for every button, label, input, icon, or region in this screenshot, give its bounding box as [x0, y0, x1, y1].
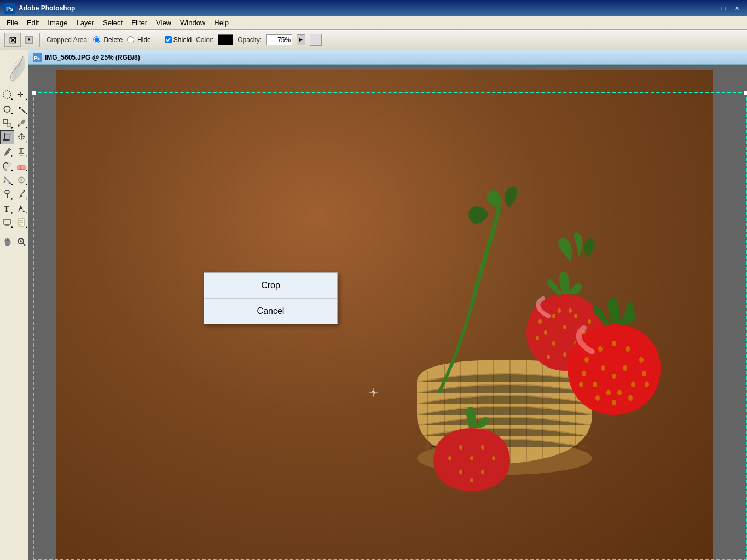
menu-file[interactable]: File: [2, 18, 22, 28]
clone-stamp-tool[interactable]: ▸: [14, 144, 28, 159]
svg-rect-21: [19, 148, 24, 149]
svg-point-87: [593, 382, 597, 387]
tool-row-6: ▸ ▸: [0, 159, 28, 173]
opacity-input[interactable]: 75%: [266, 34, 292, 45]
hand-tool[interactable]: [0, 235, 14, 249]
notes-tool[interactable]: ▸: [14, 215, 28, 230]
eraser-tool[interactable]: ▸: [14, 159, 28, 173]
cancel-button[interactable]: Cancel: [204, 299, 337, 324]
document-tab[interactable]: Ps IMG_5605.JPG @ 25% (RGB/8): [28, 50, 747, 65]
svg-point-90: [617, 390, 622, 395]
history-brush-tool[interactable]: ▸: [0, 159, 14, 173]
delete-radio[interactable]: [93, 36, 100, 43]
svg-point-71: [536, 336, 539, 340]
slice-tool[interactable]: ▸: [0, 116, 14, 130]
delete-radio-group: Delete: [93, 36, 123, 44]
svg-point-97: [481, 445, 484, 450]
menu-layer[interactable]: Layer: [72, 18, 99, 28]
menu-edit[interactable]: Edit: [22, 18, 43, 28]
svg-point-83: [623, 365, 627, 371]
paint-bucket-tool[interactable]: ▸: [0, 173, 14, 187]
svg-point-31: [5, 190, 9, 194]
tool-row-1: ▸ ✛ ▸: [0, 88, 28, 102]
svg-rect-7: [7, 123, 11, 127]
magic-wand-tool[interactable]: ✦ ▸: [14, 102, 28, 116]
svg-line-44: [23, 243, 25, 246]
svg-text:✦: ✦: [18, 105, 22, 111]
svg-point-85: [582, 371, 586, 376]
menu-window[interactable]: Window: [176, 18, 210, 28]
svg-point-76: [558, 308, 561, 313]
svg-point-96: [459, 445, 462, 450]
hide-radio[interactable]: [127, 36, 134, 43]
crop-button[interactable]: Crop: [204, 273, 337, 299]
crop-handle-tr[interactable]: [744, 91, 747, 95]
hide-radio-group: Hide: [127, 36, 151, 44]
svg-rect-22: [18, 166, 25, 170]
maximize-button[interactable]: □: [717, 2, 729, 14]
crop-dialog: Crop Cancel: [204, 272, 338, 324]
svg-text:✦: ✦: [22, 209, 26, 213]
menu-image[interactable]: Image: [43, 18, 72, 28]
marquee-tool[interactable]: ▸: [0, 88, 14, 102]
pen-tool[interactable]: ▸: [14, 187, 28, 201]
hide-label[interactable]: Hide: [137, 36, 151, 44]
image-canvas: [56, 70, 713, 560]
brush-tool[interactable]: ▸: [0, 144, 14, 159]
toolbox-separator: [2, 232, 26, 232]
menu-bar: File Edit Image Layer Select Filter View…: [0, 16, 747, 30]
svg-rect-36: [4, 219, 10, 224]
move-tool[interactable]: ✛ ▸: [14, 88, 28, 102]
menu-help[interactable]: Help: [210, 18, 233, 28]
menu-filter[interactable]: Filter: [127, 18, 152, 28]
path-selection-tool[interactable]: ✦ ▸: [14, 201, 28, 215]
crop-tool[interactable]: [0, 130, 14, 144]
color-swatch[interactable]: [218, 34, 233, 45]
tool-options-arrow[interactable]: ▼: [25, 36, 33, 44]
svg-point-77: [598, 346, 603, 352]
toolbox: ▸ ✛ ▸ ▸ ✦ ▸: [0, 50, 28, 560]
ps-feather-logo: [0, 52, 28, 85]
svg-point-93: [628, 395, 633, 401]
svg-point-88: [631, 382, 635, 387]
delete-label[interactable]: Delete: [103, 36, 123, 44]
shield-checkbox[interactable]: [165, 36, 172, 43]
svg-point-61: [552, 314, 555, 318]
svg-rect-8: [20, 119, 26, 125]
zoom-tool[interactable]: [14, 235, 28, 249]
canvas-area: Ps IMG_5605.JPG @ 25% (RGB/8): [28, 50, 747, 560]
svg-point-95: [645, 382, 649, 387]
svg-rect-20: [20, 149, 22, 154]
tool-row-9: T ▸ ✦ ▸: [0, 201, 28, 215]
canvas-workspace[interactable]: Crop Cancel: [28, 65, 747, 560]
svg-point-101: [459, 470, 462, 474]
lasso-tool[interactable]: ▸: [0, 102, 14, 116]
svg-point-70: [588, 319, 591, 324]
close-button[interactable]: ✕: [731, 2, 743, 14]
opacity-arrow-btn[interactable]: ▶: [297, 34, 305, 45]
menu-view[interactable]: View: [152, 18, 176, 28]
tool-row-5: ▸ ▸: [0, 144, 28, 159]
square-option-btn[interactable]: [310, 34, 322, 46]
blur-tool[interactable]: ▸: [14, 173, 28, 187]
svg-text:Ps: Ps: [6, 5, 13, 12]
title-text: Adobe Photoshop: [19, 4, 75, 12]
healing-tool[interactable]: ▸: [14, 130, 28, 144]
svg-point-103: [470, 478, 473, 482]
document-title: IMG_5605.JPG @ 25% (RGB/8): [45, 54, 140, 61]
custom-shape-tool[interactable]: ▸: [0, 215, 14, 230]
app-icon: Ps: [4, 3, 15, 14]
menu-select[interactable]: Select: [99, 18, 127, 28]
tool-row-4: ▸: [0, 130, 28, 144]
dodge-tool[interactable]: ▸: [0, 187, 14, 201]
shield-checkbox-group: Shield: [165, 36, 192, 44]
svg-point-69: [538, 319, 542, 324]
shield-label[interactable]: Shield: [173, 36, 192, 44]
eyedropper-tool[interactable]: ▸: [14, 116, 28, 130]
svg-point-78: [626, 346, 630, 352]
minimize-button[interactable]: —: [704, 2, 716, 14]
crop-handle-tl[interactable]: [32, 91, 36, 95]
text-tool[interactable]: T ▸: [0, 201, 14, 215]
crosshair-cursor: [368, 387, 379, 398]
crop-tool-options-icon[interactable]: ⊠: [4, 33, 21, 47]
